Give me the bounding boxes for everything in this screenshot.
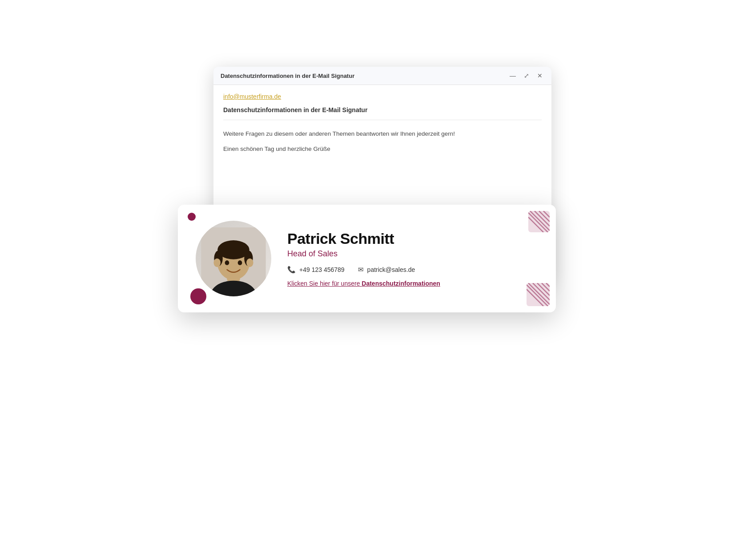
email-titlebar: Datenschutzinformationen in der E-Mail S… [213,67,551,85]
sig-email: patrick@sales.de [367,266,415,273]
sig-privacy[interactable]: Klicken Sie hier für unsere Datenschutzi… [287,280,538,287]
sig-name: Patrick Schmitt [287,230,538,247]
sig-title: Head of Sales [287,249,538,259]
svg-point-24 [225,260,229,265]
sig-phone: +49 123 456789 [299,266,345,273]
maximize-button[interactable]: ⤢ [522,71,531,80]
sig-contact: 📞 +49 123 456789 ✉ patrick@sales.de [287,266,538,274]
email-icon: ✉ [358,266,364,274]
deco-shape-topright [528,211,550,232]
email-subject: Datenschutzinformationen in der E-Mail S… [223,106,542,120]
svg-rect-7 [527,283,550,306]
window-controls: — ⤢ ✕ [508,71,544,80]
scene: Datenschutzinformationen in der E-Mail S… [178,67,578,467]
email-body-line1: Weitere Fragen zu diesem oder anderen Th… [223,129,542,139]
email-from[interactable]: info@musterfirma.de [223,93,542,100]
close-button[interactable]: ✕ [535,71,544,80]
deco-shape-bottomright [527,283,550,306]
svg-point-25 [238,260,242,265]
avatar [196,221,271,296]
person-silhouette [200,227,267,296]
sig-privacy-link[interactable]: Datenschutzinformationen [362,280,440,287]
minimize-button[interactable]: — [508,71,518,80]
svg-point-22 [213,259,221,267]
deco-dot-topleft [188,213,196,221]
sig-phone-item: 📞 +49 123 456789 [287,266,345,274]
signature-card: Patrick Schmitt Head of Sales 📞 +49 123 … [178,205,556,312]
sig-email-item: ✉ patrick@sales.de [358,266,415,274]
signature-info: Patrick Schmitt Head of Sales 📞 +49 123 … [287,230,538,287]
svg-point-23 [246,259,253,267]
deco-dot-bottomleft [190,288,206,304]
window-title: Datenschutzinformationen in der E-Mail S… [221,73,354,79]
email-text: Weitere Fragen zu diesem oder anderen Th… [223,129,542,154]
phone-icon: 📞 [287,266,296,274]
sig-privacy-prefix: Klicken Sie hier für unsere [287,280,362,287]
email-body-line2: Einen schönen Tag und herzliche Grüße [223,144,542,154]
